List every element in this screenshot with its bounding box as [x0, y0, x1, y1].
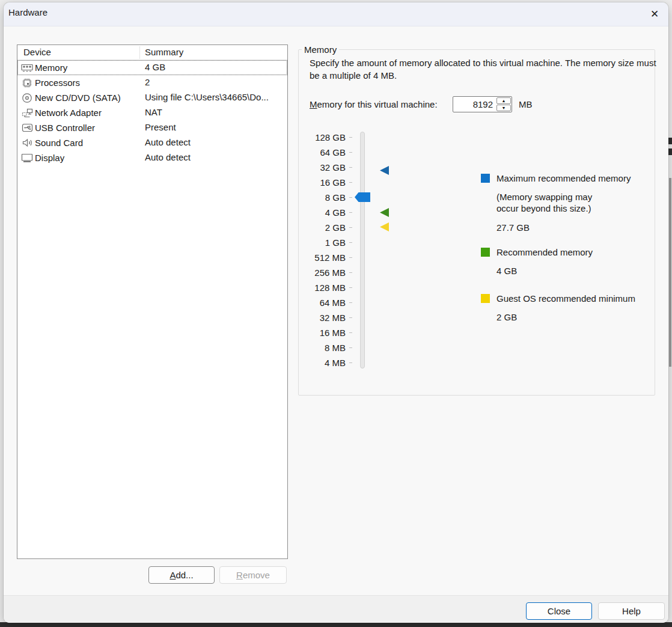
device-row-display[interactable]: Display Auto detect [17, 150, 287, 165]
legend-value: 27.7 GB [496, 222, 655, 233]
tick-64mb: 64 MB [289, 296, 352, 308]
hardware-dialog-screen: Hardware ✕ Device Summary Memory 4 GB [0, 0, 672, 627]
spin-down-icon[interactable]: ▼ [496, 105, 511, 111]
device-row-cd-dvd[interactable]: New CD/DVD (SATA) Using file C:\Users\34… [17, 90, 287, 105]
display-icon [19, 153, 35, 163]
groupbox-title: Memory [302, 44, 339, 55]
background-artifact [668, 148, 672, 155]
device-name: Display [35, 153, 64, 163]
legend-maximum-recommended: Maximum recommended memory (Memory swapp… [481, 173, 655, 233]
legend-label: Recommended memory [496, 247, 593, 257]
tick-16mb: 16 MB [289, 326, 352, 338]
device-summary: Auto detect [145, 152, 191, 162]
background-artifact [668, 138, 672, 144]
legend-label: Guest OS recommended minimum [496, 293, 635, 304]
help-button[interactable]: Help [598, 602, 665, 620]
tick-256mb: 256 MB [289, 266, 352, 278]
memory-size-value[interactable]: 8192 [453, 97, 496, 112]
device-summary: 4 GB [145, 62, 165, 72]
legend-label: Maximum recommended memory [496, 173, 631, 183]
column-divider [139, 46, 140, 59]
green-swatch-icon [481, 248, 490, 257]
background-window-edge [0, 622, 672, 627]
legend-recommended: Recommended memory 4 GB [481, 247, 655, 276]
device-row-usb-controller[interactable]: USB Controller Present [17, 120, 287, 135]
device-name: Network Adapter [35, 108, 102, 118]
tick-512mb: 512 MB [289, 251, 352, 263]
device-name: New CD/DVD (SATA) [35, 93, 121, 103]
blue-swatch-icon [481, 174, 490, 183]
speaker-icon [19, 138, 35, 148]
memory-slider-track[interactable] [360, 132, 365, 369]
device-summary: Auto detect [145, 137, 191, 147]
column-header-summary: Summary [145, 47, 183, 57]
tick-8gb: 8 GB [289, 191, 352, 203]
tick-8mb: 8 MB [289, 341, 352, 353]
tick-16gb: 16 GB [289, 176, 352, 188]
tick-4gb: 4 GB [289, 206, 352, 218]
device-summary: NAT [145, 107, 162, 117]
tick-32gb: 32 GB [289, 161, 352, 173]
spin-up-icon[interactable]: ▲ [496, 97, 511, 104]
device-row-sound-card[interactable]: Sound Card Auto detect [17, 135, 287, 150]
memory-description: Specify the amount of memory allocated t… [310, 57, 657, 82]
cd-dvd-icon [19, 93, 35, 103]
memory-field-label: Memory for this virtual machine: [310, 99, 438, 109]
tick-2gb: 2 GB [289, 221, 352, 233]
title-bar [4, 2, 668, 26]
dialog-title: Hardware [8, 7, 47, 17]
tick-128gb: 128 GB [289, 131, 352, 143]
tick-128mb: 128 MB [289, 281, 352, 293]
device-row-network-adapter[interactable]: Network Adapter NAT [17, 105, 287, 120]
close-button[interactable]: Close [526, 602, 592, 620]
device-row-memory[interactable]: Memory 4 GB [17, 60, 287, 75]
tick-1gb: 1 GB [289, 236, 352, 248]
device-name: Sound Card [35, 138, 83, 148]
device-name: Processors [35, 78, 80, 88]
memory-unit-label: MB [519, 99, 533, 109]
processor-icon [19, 78, 35, 88]
device-name: USB Controller [35, 123, 95, 133]
background-scrollbar-artifact [669, 178, 671, 367]
device-name: Memory [35, 63, 67, 73]
tick-32mb: 32 MB [289, 311, 352, 323]
remove-button[interactable]: Remove [219, 566, 287, 584]
legend-value: 2 GB [496, 312, 655, 322]
device-row-processors[interactable]: Processors 2 [17, 75, 287, 90]
add-button[interactable]: Add... [148, 566, 215, 584]
device-summary: Present [145, 122, 176, 132]
yellow-swatch-icon [481, 294, 490, 303]
device-summary: 2 [145, 77, 150, 87]
network-adapter-icon [19, 108, 35, 118]
column-header-device: Device [23, 47, 51, 57]
legend-note: (Memory swapping may occur beyond this s… [496, 191, 611, 214]
tick-64gb: 64 GB [289, 146, 352, 158]
device-summary: Using file C:\Users\34665\Do... [145, 92, 269, 102]
device-list-header: Device Summary [17, 45, 287, 60]
memory-size-input[interactable]: 8192 ▲ ▼ [453, 96, 512, 112]
tick-4mb: 4 MB [289, 356, 352, 369]
memory-icon [19, 63, 35, 73]
legend-value: 4 GB [496, 266, 655, 276]
usb-icon [19, 123, 35, 133]
close-icon[interactable]: ✕ [646, 5, 664, 22]
device-list[interactable]: Device Summary Memory 4 GB [17, 44, 288, 559]
legend-guest-os-minimum: Guest OS recommended minimum 2 GB [481, 293, 655, 322]
